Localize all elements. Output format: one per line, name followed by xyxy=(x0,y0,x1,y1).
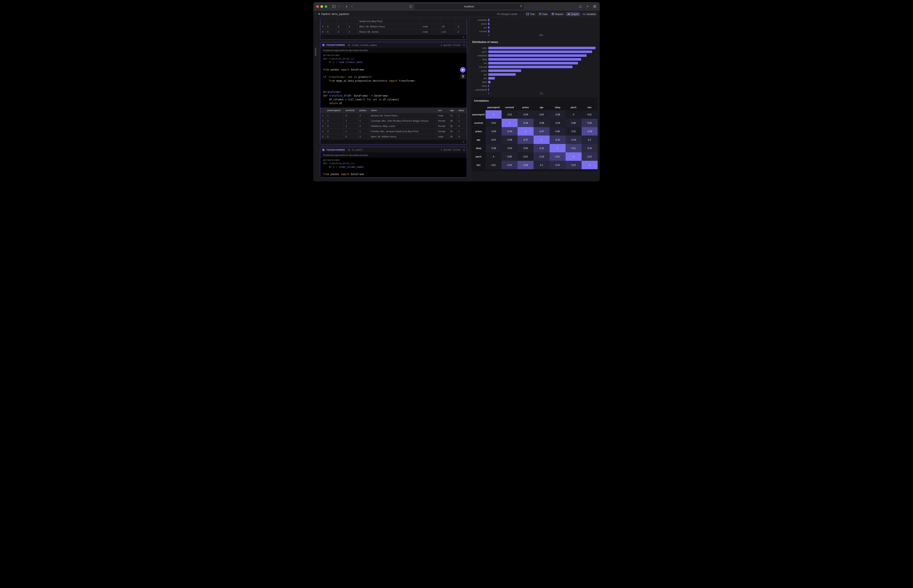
bar-row: parch xyxy=(471,50,597,54)
shield-icon[interactable] xyxy=(408,5,413,9)
block-type-icon xyxy=(322,44,324,46)
code-editor[interactable]: from pandas import DataFrame xyxy=(320,170,467,177)
svg-rect-14 xyxy=(569,13,570,15)
tab-reports[interactable]: Reports xyxy=(550,12,565,16)
close-window-button[interactable] xyxy=(316,5,319,8)
corr-cell: -0.01 xyxy=(486,119,502,127)
file-icon: 🗎 xyxy=(348,44,350,46)
tab-graphs[interactable]: Graphs xyxy=(566,12,580,16)
tab-data[interactable]: Data xyxy=(537,12,549,16)
corr-cell: -0.31 xyxy=(550,136,566,144)
output-table: passengeridsurvivedpclassnamesexagesibsp… xyxy=(320,108,467,139)
column-header xyxy=(321,108,325,113)
url-bar[interactable]: localhost xyxy=(414,4,524,9)
browser-window: localhost › Pipeline: demo_pipeline1 All… xyxy=(313,2,600,181)
svg-rect-8 xyxy=(526,14,527,15)
corr-cell: 0.16 xyxy=(550,161,566,169)
block-menu-icon[interactable]: ≡ xyxy=(463,149,465,151)
corr-col-header: sibsp xyxy=(550,104,566,110)
corr-cell: 1 xyxy=(502,119,518,127)
chart-top: embarkedpclasssexsurvived 0500 xyxy=(471,17,597,36)
bar-row: cabin xyxy=(471,46,597,50)
parent-block-label: 1 parent block xyxy=(441,149,460,151)
app-bar: › Pipeline: demo_pipeline1 All changes s… xyxy=(313,11,600,17)
bar-fill xyxy=(488,88,489,91)
new-tab-icon[interactable] xyxy=(585,5,589,9)
maximize-window-button[interactable] xyxy=(325,5,327,8)
corr-cell: 0.22 xyxy=(581,152,597,161)
block-is-adult: TRANSFORMER 🗎 is_adult 1 parent block ≡ … xyxy=(320,147,467,178)
bar-row: sex xyxy=(471,26,597,29)
bar-fill xyxy=(488,26,489,29)
bar-row: pclass xyxy=(471,22,597,26)
bar-fill xyxy=(488,54,587,57)
corr-cell: 0 xyxy=(486,152,502,161)
corr-cell: 0.04 xyxy=(486,136,502,144)
corr-cell: 0 xyxy=(566,110,581,119)
expand-right-icon[interactable]: › xyxy=(523,13,524,16)
share-icon[interactable] xyxy=(578,5,583,9)
expand-sidebar-icon[interactable]: › xyxy=(316,13,316,16)
prev-output-table: Heath (Lily May Peel)5503Allen, Mr. Will… xyxy=(320,19,467,34)
corr-cell: 1 xyxy=(518,127,534,136)
corr-cell: -0.04 xyxy=(518,110,534,119)
tab-tree-label: Tree xyxy=(530,13,534,15)
graphs-pane[interactable]: embarkedpclasssexsurvived 0500 Distribut… xyxy=(469,17,600,181)
code-pane[interactable]: Heath (Lily May Peel)5503Allen, Mr. Will… xyxy=(313,17,469,181)
file-name: clean_column_names xyxy=(352,44,377,47)
parent-block-label: 1 parent block xyxy=(441,44,460,47)
corr-cell: -0.04 xyxy=(486,127,502,136)
column-header: survived xyxy=(344,108,358,113)
column-header: age xyxy=(448,108,457,113)
bar-label: pclass xyxy=(471,69,487,72)
table-row: 1103Braund, Mr. Owen Harrismale221 xyxy=(321,113,467,118)
bar-label: sex xyxy=(471,62,487,65)
bar-fill xyxy=(488,23,489,25)
corr-cell: 0.08 xyxy=(502,152,518,161)
corr-row-header: survived xyxy=(471,119,486,127)
bar-label: embarked xyxy=(471,19,487,21)
scroll-gutter[interactable] xyxy=(314,19,317,180)
bar-row: sex xyxy=(471,61,597,65)
corr-cell: 0.41 xyxy=(550,152,566,161)
block-type-label: TRANSFORMER xyxy=(326,149,345,151)
bar-label: cabin xyxy=(471,47,487,49)
chevron-down-icon[interactable] xyxy=(337,5,342,9)
file-name: is_adult xyxy=(352,149,363,151)
corr-cell: -0.08 xyxy=(534,119,550,127)
block-menu-icon[interactable]: ≡ xyxy=(463,44,465,47)
bar-fill xyxy=(488,30,489,32)
corr-col-header: fare xyxy=(581,104,597,110)
delete-button[interactable] xyxy=(460,74,466,79)
corr-col-header: parch xyxy=(566,104,581,110)
run-button[interactable] xyxy=(460,67,466,73)
bar-label: name xyxy=(471,85,487,87)
corr-cell: -0.31 xyxy=(534,144,550,152)
corr-cell: 0.08 xyxy=(566,119,581,127)
corr-row-header: parch xyxy=(471,152,486,161)
chart-distribution: Distribution of values cabinparchembarke… xyxy=(471,39,597,95)
reload-icon[interactable] xyxy=(520,5,522,8)
column-header: sex xyxy=(436,108,448,113)
bar-fill xyxy=(488,19,489,21)
corr-cell: 0.16 xyxy=(581,144,597,152)
back-button[interactable] xyxy=(345,5,349,9)
corr-col-header: age xyxy=(534,104,550,110)
tabs-overview-icon[interactable] xyxy=(592,5,597,9)
code-editor[interactable]: from pandas import DataFrame if 'transfo… xyxy=(320,66,467,108)
minimize-window-button[interactable] xyxy=(321,5,323,8)
corr-cell: -0.34 xyxy=(518,119,534,127)
bar-label: passengerid xyxy=(471,89,487,91)
bar-fill xyxy=(488,66,573,68)
chart-title: Distribution of values xyxy=(471,39,597,45)
bar-label: ticket xyxy=(471,81,487,83)
svg-rect-12 xyxy=(568,14,568,15)
correlations-title: Correlations xyxy=(471,97,597,104)
bar-fill xyxy=(488,50,592,53)
svg-rect-0 xyxy=(332,5,336,8)
forward-button[interactable] xyxy=(350,5,354,9)
status-indicator xyxy=(318,13,320,15)
tab-tree[interactable]: Tree xyxy=(525,12,536,16)
tab-variables[interactable]: Aa Variables xyxy=(581,12,597,16)
sidebar-toggle-icon[interactable] xyxy=(332,5,336,9)
